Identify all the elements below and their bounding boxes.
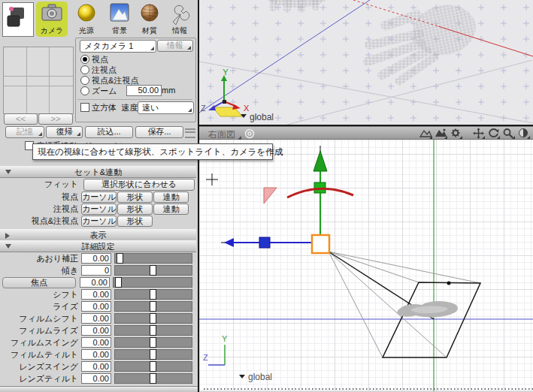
- prev-button[interactable]: <<: [4, 113, 38, 125]
- left-panel: カメラ 光源 背景 材質: [0, 0, 198, 392]
- cube-checkbox[interactable]: [80, 103, 89, 112]
- info-popup-button[interactable]: 情報: [157, 40, 193, 52]
- toolbar-item-shapes[interactable]: [2, 2, 33, 37]
- zoom-icon[interactable]: [502, 128, 515, 139]
- slider-label: 傾き: [0, 265, 81, 276]
- wireframe-mode-icon[interactable]: [419, 128, 432, 139]
- toolbar-item-material[interactable]: 材質: [134, 2, 165, 37]
- shaded-mode-icon[interactable]: [435, 128, 447, 139]
- side-view-canvas[interactable]: Y Z global: [199, 140, 533, 391]
- slider-track[interactable]: [114, 373, 192, 384]
- slider-handle[interactable]: [150, 265, 156, 276]
- slider-track[interactable]: [114, 301, 192, 312]
- section-set-link-header[interactable]: セット&連動: [0, 166, 196, 178]
- slider-track[interactable]: [114, 289, 192, 300]
- side-view-header: 右面図: [199, 126, 533, 140]
- viewpoint-link-button[interactable]: 連動: [153, 191, 189, 203]
- radio-target[interactable]: 注視点: [80, 65, 117, 75]
- viewpoint-shape-button[interactable]: 形状: [117, 191, 153, 203]
- cube-checkbox-row[interactable]: 立方体 速度:: [80, 103, 140, 113]
- next-button[interactable]: >>: [38, 113, 73, 125]
- slider-handle[interactable]: [115, 277, 122, 288]
- plane-handle-dot[interactable]: [447, 282, 451, 285]
- slider-track[interactable]: [113, 277, 192, 288]
- left-axis-arrow[interactable]: [224, 238, 234, 247]
- slider-value-input[interactable]: 0: [81, 265, 111, 276]
- slider-track[interactable]: [114, 253, 192, 264]
- radio-zoom[interactable]: ズーム: [80, 86, 117, 96]
- shapes-icon: [2, 2, 34, 37]
- slider-value-input[interactable]: 0.00: [81, 337, 111, 348]
- slider-handle[interactable]: [150, 349, 156, 360]
- rotate-icon[interactable]: [487, 128, 500, 139]
- side-viewport: 右面図: [198, 126, 533, 392]
- pan-icon[interactable]: [472, 128, 485, 139]
- slider-track[interactable]: [114, 313, 192, 324]
- meta-camera-select[interactable]: メタカメラ 1: [80, 40, 156, 53]
- slider-track[interactable]: [114, 361, 192, 372]
- slider-handle[interactable]: [150, 337, 156, 348]
- slider-handle[interactable]: [150, 313, 156, 324]
- fit-button[interactable]: 選択形状に合わせる: [83, 179, 195, 191]
- both-shape-button[interactable]: 形状: [117, 216, 153, 227]
- target-shape-button[interactable]: 形状: [117, 204, 153, 215]
- both-cursor-button[interactable]: カーソル: [81, 216, 117, 227]
- target-link-button[interactable]: 連動: [153, 204, 189, 215]
- slider-handle[interactable]: [150, 301, 156, 312]
- slider-value-input[interactable]: 0.00: [81, 373, 111, 384]
- slider-value-input[interactable]: 0.00: [80, 277, 110, 288]
- slider-handle[interactable]: [150, 289, 156, 300]
- camera-manipulator[interactable]: [221, 146, 353, 253]
- slider-value-input[interactable]: 0.00: [81, 301, 111, 312]
- resize-grip[interactable]: [185, 128, 195, 138]
- section-detail-header[interactable]: 詳細設定: [0, 240, 196, 252]
- slider-track[interactable]: [114, 349, 192, 360]
- restore-button[interactable]: 復帰: [46, 126, 83, 138]
- slider-track[interactable]: [114, 325, 192, 336]
- save-button[interactable]: 保存...: [135, 126, 183, 138]
- camera-position-box[interactable]: [312, 235, 329, 253]
- up-vector-arrow[interactable]: [313, 151, 327, 171]
- slider-value-input[interactable]: 0.00: [81, 325, 111, 336]
- memory-button[interactable]: 記憶: [5, 126, 44, 138]
- section-display-header[interactable]: 表示: [0, 229, 196, 241]
- render-preview-icon[interactable]: [517, 128, 530, 139]
- slider-handle[interactable]: [117, 253, 123, 264]
- perspective-viewport[interactable]: Y X Z global: [198, 0, 533, 126]
- slider-handle[interactable]: [150, 325, 156, 336]
- camera-image-plane[interactable]: [383, 282, 480, 357]
- slider-value-input[interactable]: 0.00: [81, 253, 111, 264]
- slider-label-button[interactable]: 焦点: [2, 277, 76, 288]
- slider-value-input[interactable]: 0.00: [81, 361, 111, 372]
- slider-row: フィルムスイング0.00: [0, 336, 196, 348]
- radio-viewpoint[interactable]: 視点: [80, 55, 108, 65]
- target-icon[interactable]: [244, 128, 255, 139]
- load-button[interactable]: 読込...: [85, 126, 133, 138]
- camera-settings-box: メタカメラ 1 情報 視点 注視点 視点&注視点 ズーム 50.: [75, 38, 196, 122]
- toolbar-item-label: カメラ: [36, 26, 68, 36]
- slider-value-input[interactable]: 0.00: [81, 289, 111, 300]
- slider-value-input[interactable]: 0.00: [81, 313, 111, 324]
- toolbar-item-light[interactable]: 光源: [71, 2, 102, 37]
- speed-select[interactable]: 速い: [138, 101, 194, 114]
- y-axis-label: Y: [223, 68, 229, 77]
- radio-circle[interactable]: [80, 76, 89, 85]
- slider-handle[interactable]: [150, 373, 156, 384]
- radio-circle[interactable]: [80, 86, 89, 95]
- viewpoint-cursor-button[interactable]: カーソル: [81, 191, 117, 203]
- toolbar-item-camera[interactable]: カメラ: [36, 2, 68, 37]
- global-dropdown-triangle[interactable]: [239, 375, 245, 378]
- radio-circle[interactable]: [80, 55, 89, 64]
- toolbar-item-info[interactable]: 情報: [164, 2, 195, 37]
- zoom-value-input[interactable]: 50.00: [126, 85, 162, 96]
- slider-value-input[interactable]: 0.00: [81, 349, 111, 360]
- radio-circle[interactable]: [80, 65, 89, 74]
- slider-track[interactable]: [114, 337, 192, 348]
- slider-handle[interactable]: [150, 361, 156, 372]
- left-axis-handle[interactable]: [259, 237, 270, 248]
- toolbar-item-background[interactable]: 背景: [104, 2, 135, 37]
- slider-track[interactable]: [114, 265, 192, 276]
- target-cursor-button[interactable]: カーソル: [81, 204, 117, 215]
- view-settings-icon[interactable]: [450, 128, 462, 139]
- z-axis-label: Z: [203, 353, 208, 362]
